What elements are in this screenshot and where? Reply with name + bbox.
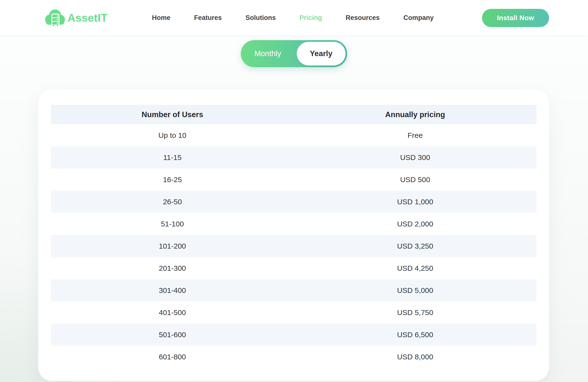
- pricing-table: Number of Users Annually pricing Up to 1…: [51, 105, 537, 368]
- price-cell: USD 6,500: [294, 324, 537, 346]
- table-row: 11-15 USD 300: [51, 146, 537, 169]
- brand-name: AssetIT: [67, 12, 107, 24]
- price-cell: USD 5,750: [294, 302, 537, 324]
- price-cell: USD 5,000: [294, 279, 537, 302]
- price-cell: USD 300: [294, 146, 537, 169]
- top-navbar: AssetIT Home Features Solutions Pricing …: [0, 0, 588, 36]
- price-cell: USD 8,000: [294, 346, 537, 368]
- users-range-cell: 26-50: [51, 191, 294, 213]
- users-range-cell: 11-15: [51, 146, 294, 169]
- nav-item-features[interactable]: Features: [194, 14, 222, 22]
- price-cell: USD 500: [294, 169, 537, 191]
- users-range-cell: 501-600: [51, 324, 294, 346]
- users-range-cell: 101-200: [51, 235, 294, 257]
- price-cell: Free: [294, 124, 537, 146]
- users-range-cell: 201-300: [51, 257, 294, 279]
- table-row: 301-400 USD 5,000: [51, 279, 537, 302]
- table-row: 201-300 USD 4,250: [51, 257, 537, 279]
- table-row: 601-800 USD 8,000: [51, 346, 537, 368]
- column-header-users: Number of Users: [51, 105, 294, 124]
- nav-item-solutions[interactable]: Solutions: [245, 14, 276, 22]
- users-range-cell: 401-500: [51, 302, 294, 324]
- nav-item-resources[interactable]: Resources: [346, 14, 380, 22]
- nav-item-pricing[interactable]: Pricing: [299, 14, 322, 22]
- nav-item-home[interactable]: Home: [152, 14, 170, 22]
- table-row: 26-50 USD 1,000: [51, 191, 537, 213]
- table-row: Up to 10 Free: [51, 124, 537, 146]
- users-range-cell: Up to 10: [51, 124, 294, 146]
- brand-logo[interactable]: AssetIT: [43, 9, 107, 27]
- install-now-button[interactable]: Install Now: [482, 9, 549, 27]
- table-row: 401-500 USD 5,750: [51, 302, 537, 324]
- pricing-card: Number of Users Annually pricing Up to 1…: [38, 90, 549, 381]
- main-nav: Home Features Solutions Pricing Resource…: [152, 14, 434, 22]
- toggle-option-monthly[interactable]: Monthly: [241, 49, 297, 58]
- price-cell: USD 4,250: [294, 257, 537, 279]
- price-cell: USD 2,000: [294, 213, 537, 235]
- table-body: Up to 10 Free 11-15 USD 300 16-25 USD 50…: [51, 124, 537, 368]
- toggle-option-yearly[interactable]: Yearly: [297, 42, 345, 65]
- table-row: 501-600 USD 6,500: [51, 324, 537, 346]
- users-range-cell: 16-25: [51, 169, 294, 191]
- price-cell: USD 3,250: [294, 235, 537, 257]
- table-row: 51-100 USD 2,000: [51, 213, 537, 235]
- users-range-cell: 301-400: [51, 279, 294, 302]
- nav-item-company[interactable]: Company: [403, 14, 434, 22]
- cloud-server-icon: [43, 9, 66, 27]
- users-range-cell: 601-800: [51, 346, 294, 368]
- billing-period-toggle[interactable]: Monthly Yearly: [241, 40, 347, 67]
- table-header-row: Number of Users Annually pricing: [51, 105, 537, 124]
- table-row: 101-200 USD 3,250: [51, 235, 537, 257]
- price-cell: USD 1,000: [294, 191, 537, 213]
- users-range-cell: 51-100: [51, 213, 294, 235]
- table-row: 16-25 USD 500: [51, 169, 537, 191]
- column-header-pricing: Annually pricing: [294, 105, 537, 124]
